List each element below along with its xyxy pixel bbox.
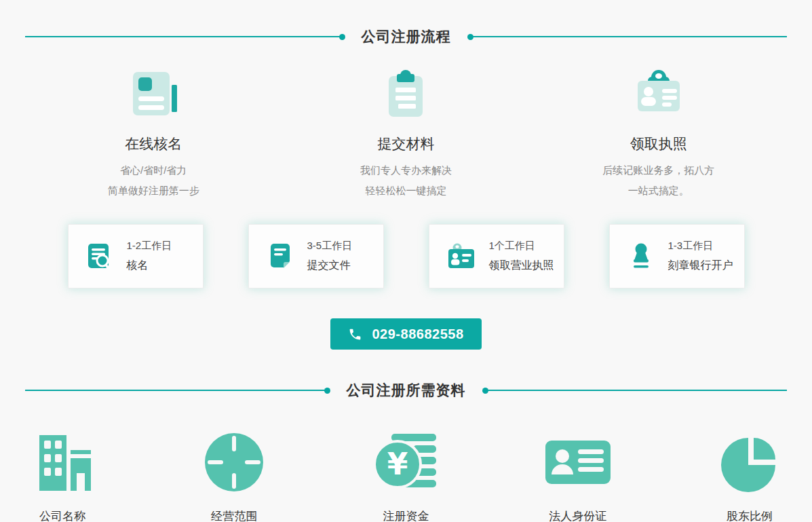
card-name-check: 1-2工作日 核名 [68,224,204,288]
card-label: 提交文件 [307,259,353,273]
materials-section-title: 公司注册所需资料 [347,381,466,400]
card-business-license: 1个工作日 领取营业执照 [429,224,564,288]
id-badge-icon [632,67,685,121]
materials-section: 公司注册所需资料 公司名称 [0,381,812,522]
step-desc-line: 后续记账业务多，拓八方 [602,160,714,181]
card-text: 3-5工作日 提交文件 [307,240,353,273]
material-registered-capital: ¥ 注册资金 [352,430,461,522]
step-title: 领取执照 [630,134,687,153]
card-duration: 3-5工作日 [307,240,353,253]
building-icon [30,430,95,495]
phone-button-wrap: 029-88682558 [0,318,812,350]
step-receive-license: 领取执照 后续记账业务多，拓八方 一站式搞定。 [533,67,785,201]
pie-chart-icon [718,430,781,495]
process-cards-row: 1-2工作日 核名 3-5工作日 提交文件 [0,224,812,288]
step-title: 提交材料 [377,134,434,153]
money-icon: ¥ [372,430,440,495]
step-desc-line: 一站式搞定。 [602,181,714,201]
process-section: 公司注册流程 在线核名 省心/省时/省力 简单做好注册第一步 [0,27,812,350]
doc-file-icon [265,242,295,272]
step-description: 我们专人专办来解决 轻轻松松一键搞定 [360,160,452,201]
phone-number: 029-88682558 [372,327,463,342]
material-shareholder-ratio: 股东比例 [695,430,804,522]
header-line [488,390,788,391]
card-submit-files: 3-5工作日 提交文件 [248,224,384,288]
header-line [473,36,788,37]
step-description: 后续记账业务多，拓八方 一站式搞定。 [602,160,714,201]
material-label: 公司名称 [39,508,85,522]
header-line [25,390,325,391]
header-dot [324,388,330,394]
material-company-name: 公司名称 [8,430,117,522]
stamp-icon [626,242,656,272]
material-label: 法人身份证 [549,508,606,522]
card-text: 1-3工作日 刻章银行开户 [668,240,733,273]
card-label: 领取营业执照 [489,259,554,273]
clipboard-icon [379,67,432,121]
card-label: 核名 [127,259,172,273]
process-section-header: 公司注册流程 [0,27,812,46]
process-section-title: 公司注册流程 [362,27,451,46]
header-line [25,36,340,37]
materials-section-header: 公司注册所需资料 [0,381,812,400]
process-steps-row: 在线核名 省心/省时/省力 简单做好注册第一步 提交材料 我们专人专办来解决 [0,67,812,201]
card-duration: 1-2工作日 [127,240,172,253]
target-icon [203,430,265,495]
materials-row: 公司名称 经营范围 [0,430,812,522]
step-submit-materials: 提交材料 我们专人专办来解决 轻轻松松一键搞定 [279,67,532,201]
step-online-name-check: 在线核名 省心/省时/省力 简单做好注册第一步 [27,67,279,201]
material-business-scope: 经营范围 [180,430,288,522]
header-dot [339,34,345,40]
card-duration: 1-3工作日 [668,240,733,253]
doc-search-icon [85,242,115,272]
material-label: 股东比例 [727,508,773,522]
card-text: 1个工作日 领取营业执照 [489,240,554,273]
step-desc-line: 省心/省时/省力 [108,160,199,181]
card-label: 刻章银行开户 [668,259,733,273]
step-desc-line: 轻轻松松一键搞定 [360,181,452,201]
material-legal-person-id: 法人身份证 [524,430,632,522]
step-description: 省心/省时/省力 简单做好注册第一步 [108,160,199,201]
step-title: 在线核名 [125,134,182,153]
step-desc-line: 我们专人专办来解决 [360,160,452,181]
id-card-icon [544,430,612,495]
license-badge-icon [446,242,477,272]
material-label: 注册资金 [383,508,429,522]
card-stamp-bank-account: 1-3工作日 刻章银行开户 [609,224,745,288]
material-label: 经营范围 [211,508,257,522]
yuan-symbol: ¥ [387,447,408,481]
card-text: 1-2工作日 核名 [127,240,172,273]
card-duration: 1个工作日 [489,240,554,253]
step-desc-line: 简单做好注册第一步 [108,181,199,201]
phone-call-button[interactable]: 029-88682558 [330,318,481,350]
news-document-icon [127,67,180,121]
phone-icon [348,327,362,341]
